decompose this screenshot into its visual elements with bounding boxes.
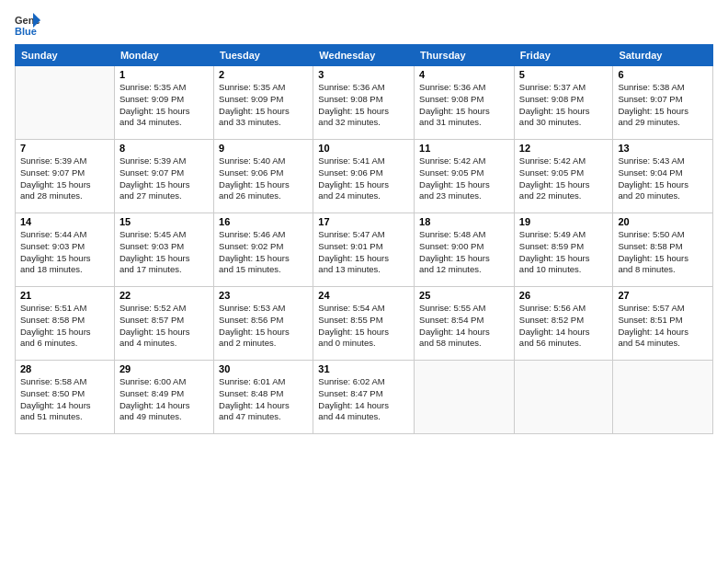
weekday-header-wednesday: Wednesday <box>313 45 415 66</box>
day-number: 13 <box>618 143 708 154</box>
cell-content: Sunrise: 5:41 AMSunset: 9:06 PMDaylight:… <box>318 155 409 202</box>
cell-content: Sunrise: 6:02 AMSunset: 8:47 PMDaylight:… <box>318 376 409 423</box>
cell-content: Sunrise: 5:37 AMSunset: 9:08 PMDaylight:… <box>519 82 609 129</box>
cell-content: Sunrise: 5:57 AMSunset: 8:51 PMDaylight:… <box>618 303 708 350</box>
day-number: 15 <box>119 216 209 227</box>
calendar-week-5: 28Sunrise: 5:58 AMSunset: 8:50 PMDayligh… <box>16 361 713 434</box>
cell-content: Sunrise: 5:38 AMSunset: 9:07 PMDaylight:… <box>618 82 708 129</box>
weekday-header-sunday: Sunday <box>16 45 115 66</box>
calendar-body: 1Sunrise: 5:35 AMSunset: 9:09 PMDaylight… <box>16 66 713 434</box>
calendar-cell <box>16 66 115 140</box>
day-number: 5 <box>519 69 609 80</box>
calendar-week-1: 1Sunrise: 5:35 AMSunset: 9:09 PMDaylight… <box>16 66 713 140</box>
weekday-header-thursday: Thursday <box>415 45 515 66</box>
cell-content: Sunrise: 5:42 AMSunset: 9:05 PMDaylight:… <box>419 155 509 202</box>
day-number: 14 <box>20 216 109 227</box>
day-number: 28 <box>20 363 109 374</box>
day-number: 20 <box>618 216 708 227</box>
logo-icon: General Blue <box>15 11 40 37</box>
calendar-cell: 21Sunrise: 5:51 AMSunset: 8:58 PMDayligh… <box>16 287 115 361</box>
cell-content: Sunrise: 5:50 AMSunset: 8:58 PMDaylight:… <box>618 229 708 276</box>
calendar-cell: 30Sunrise: 6:01 AMSunset: 8:48 PMDayligh… <box>214 361 313 434</box>
calendar-cell: 1Sunrise: 5:35 AMSunset: 9:09 PMDaylight… <box>114 66 213 140</box>
cell-content: Sunrise: 6:01 AMSunset: 8:48 PMDaylight:… <box>219 376 308 423</box>
cell-content: Sunrise: 5:44 AMSunset: 9:03 PMDaylight:… <box>20 229 109 276</box>
cell-content: Sunrise: 5:55 AMSunset: 8:54 PMDaylight:… <box>419 303 509 350</box>
cell-content: Sunrise: 5:54 AMSunset: 8:55 PMDaylight:… <box>318 303 409 350</box>
calendar-cell <box>613 361 713 434</box>
calendar-week-3: 14Sunrise: 5:44 AMSunset: 9:03 PMDayligh… <box>16 213 713 287</box>
day-number: 19 <box>519 216 609 227</box>
day-number: 18 <box>419 216 509 227</box>
calendar-cell: 11Sunrise: 5:42 AMSunset: 9:05 PMDayligh… <box>415 140 515 213</box>
day-number: 30 <box>219 363 308 374</box>
calendar-cell: 10Sunrise: 5:41 AMSunset: 9:06 PMDayligh… <box>313 140 415 213</box>
day-number: 23 <box>219 290 308 301</box>
cell-content: Sunrise: 5:51 AMSunset: 8:58 PMDaylight:… <box>20 303 109 350</box>
day-number: 1 <box>119 69 209 80</box>
cell-content: Sunrise: 5:39 AMSunset: 9:07 PMDaylight:… <box>20 155 109 202</box>
calendar-page: General Blue SundayMondayTuesdayWednesda… <box>0 0 728 563</box>
logo: General Blue <box>15 11 44 37</box>
weekday-header-saturday: Saturday <box>613 45 713 66</box>
calendar-cell: 28Sunrise: 5:58 AMSunset: 8:50 PMDayligh… <box>16 361 115 434</box>
cell-content: Sunrise: 6:00 AMSunset: 8:49 PMDaylight:… <box>119 376 209 423</box>
calendar-cell <box>514 361 613 434</box>
cell-content: Sunrise: 5:49 AMSunset: 8:59 PMDaylight:… <box>519 229 609 276</box>
calendar-cell: 6Sunrise: 5:38 AMSunset: 9:07 PMDaylight… <box>613 66 713 140</box>
cell-content: Sunrise: 5:56 AMSunset: 8:52 PMDaylight:… <box>519 303 609 350</box>
calendar-cell: 26Sunrise: 5:56 AMSunset: 8:52 PMDayligh… <box>514 287 613 361</box>
day-number: 8 <box>119 143 209 154</box>
cell-content: Sunrise: 5:46 AMSunset: 9:02 PMDaylight:… <box>219 229 308 276</box>
calendar-cell: 22Sunrise: 5:52 AMSunset: 8:57 PMDayligh… <box>114 287 213 361</box>
day-number: 26 <box>519 290 609 301</box>
calendar-cell: 24Sunrise: 5:54 AMSunset: 8:55 PMDayligh… <box>313 287 415 361</box>
day-number: 10 <box>318 143 409 154</box>
calendar-cell: 23Sunrise: 5:53 AMSunset: 8:56 PMDayligh… <box>214 287 313 361</box>
cell-content: Sunrise: 5:36 AMSunset: 9:08 PMDaylight:… <box>419 82 509 129</box>
calendar-table: SundayMondayTuesdayWednesdayThursdayFrid… <box>15 44 713 434</box>
calendar-cell: 14Sunrise: 5:44 AMSunset: 9:03 PMDayligh… <box>16 213 115 287</box>
calendar-cell: 31Sunrise: 6:02 AMSunset: 8:47 PMDayligh… <box>313 361 415 434</box>
calendar-cell: 8Sunrise: 5:39 AMSunset: 9:07 PMDaylight… <box>114 140 213 213</box>
day-number: 16 <box>219 216 308 227</box>
cell-content: Sunrise: 5:42 AMSunset: 9:05 PMDaylight:… <box>519 155 609 202</box>
calendar-cell: 16Sunrise: 5:46 AMSunset: 9:02 PMDayligh… <box>214 213 313 287</box>
calendar-cell: 5Sunrise: 5:37 AMSunset: 9:08 PMDaylight… <box>514 66 613 140</box>
day-number: 11 <box>419 143 509 154</box>
calendar-cell: 12Sunrise: 5:42 AMSunset: 9:05 PMDayligh… <box>514 140 613 213</box>
cell-content: Sunrise: 5:36 AMSunset: 9:08 PMDaylight:… <box>318 82 409 129</box>
day-number: 22 <box>119 290 209 301</box>
cell-content: Sunrise: 5:45 AMSunset: 9:03 PMDaylight:… <box>119 229 209 276</box>
calendar-cell: 3Sunrise: 5:36 AMSunset: 9:08 PMDaylight… <box>313 66 415 140</box>
calendar-cell: 4Sunrise: 5:36 AMSunset: 9:08 PMDaylight… <box>415 66 515 140</box>
calendar-cell: 9Sunrise: 5:40 AMSunset: 9:06 PMDaylight… <box>214 140 313 213</box>
calendar-cell: 17Sunrise: 5:47 AMSunset: 9:01 PMDayligh… <box>313 213 415 287</box>
weekday-header-row: SundayMondayTuesdayWednesdayThursdayFrid… <box>16 45 713 66</box>
cell-content: Sunrise: 5:40 AMSunset: 9:06 PMDaylight:… <box>219 155 308 202</box>
cell-content: Sunrise: 5:58 AMSunset: 8:50 PMDaylight:… <box>20 376 109 423</box>
header: General Blue <box>15 11 713 37</box>
calendar-week-2: 7Sunrise: 5:39 AMSunset: 9:07 PMDaylight… <box>16 140 713 213</box>
day-number: 31 <box>318 363 409 374</box>
day-number: 27 <box>618 290 708 301</box>
calendar-cell: 20Sunrise: 5:50 AMSunset: 8:58 PMDayligh… <box>613 213 713 287</box>
day-number: 29 <box>119 363 209 374</box>
calendar-cell: 15Sunrise: 5:45 AMSunset: 9:03 PMDayligh… <box>114 213 213 287</box>
day-number: 21 <box>20 290 109 301</box>
cell-content: Sunrise: 5:39 AMSunset: 9:07 PMDaylight:… <box>119 155 209 202</box>
day-number: 25 <box>419 290 509 301</box>
weekday-header-monday: Monday <box>114 45 213 66</box>
calendar-cell: 19Sunrise: 5:49 AMSunset: 8:59 PMDayligh… <box>514 213 613 287</box>
calendar-cell: 13Sunrise: 5:43 AMSunset: 9:04 PMDayligh… <box>613 140 713 213</box>
cell-content: Sunrise: 5:53 AMSunset: 8:56 PMDaylight:… <box>219 303 308 350</box>
calendar-cell: 27Sunrise: 5:57 AMSunset: 8:51 PMDayligh… <box>613 287 713 361</box>
calendar-cell: 29Sunrise: 6:00 AMSunset: 8:49 PMDayligh… <box>114 361 213 434</box>
calendar-cell: 18Sunrise: 5:48 AMSunset: 9:00 PMDayligh… <box>415 213 515 287</box>
cell-content: Sunrise: 5:35 AMSunset: 9:09 PMDaylight:… <box>119 82 209 129</box>
day-number: 7 <box>20 143 109 154</box>
cell-content: Sunrise: 5:43 AMSunset: 9:04 PMDaylight:… <box>618 155 708 202</box>
day-number: 24 <box>318 290 409 301</box>
calendar-header: SundayMondayTuesdayWednesdayThursdayFrid… <box>16 45 713 66</box>
calendar-cell: 7Sunrise: 5:39 AMSunset: 9:07 PMDaylight… <box>16 140 115 213</box>
